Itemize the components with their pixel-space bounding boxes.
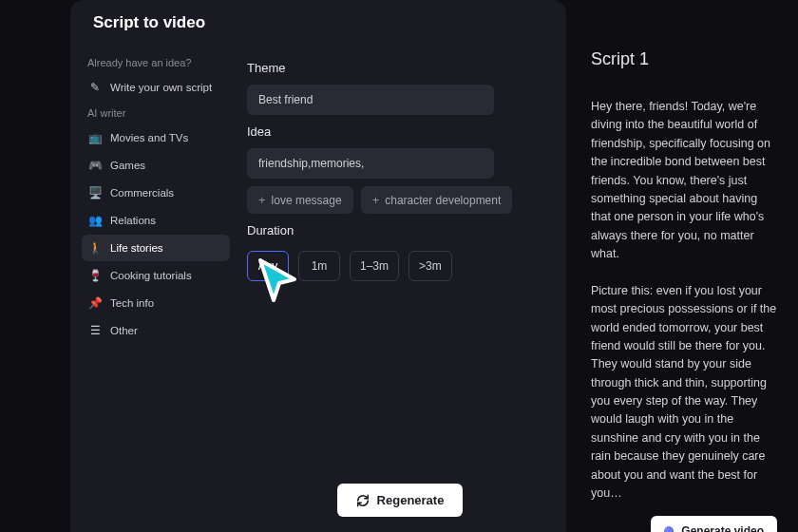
suggestion-chip-love[interactable]: + love message [247,186,353,214]
sidebar-item-life-stories[interactable]: 🚶 Life stories [82,235,230,261]
panel-header: Script to video [70,0,566,42]
editor-panel: Script to video Already have an idea? ✎ … [70,0,566,532]
sidebar-item-relations[interactable]: 👥 Relations [82,207,230,234]
sidebar-item-label: Life stories [110,242,163,254]
duration-1m[interactable]: 1m [298,251,340,281]
sidebar-item-games[interactable]: 🎮 Games [82,152,230,179]
pencil-icon: ✎ [87,80,103,95]
generate-label: Generate video [681,524,764,532]
duration-label: Duration [247,223,553,238]
write-own-label: Write your own script [110,82,212,93]
generate-video-button[interactable]: Generate video [651,516,777,532]
sidebar-item-other[interactable]: ☰ Other [82,317,230,344]
sidebar: Already have an idea? ✎ Write your own s… [70,42,230,532]
person-icon: 🚶 [87,240,103,256]
suggestion-chip-character[interactable]: + character development [361,186,513,214]
duration-any[interactable]: Any [247,251,289,281]
reload-icon [356,494,370,507]
plus-icon: + [258,193,266,207]
list-icon: ☰ [87,323,103,338]
chip-label: love message [272,194,342,207]
sidebar-ai-label: AI writer [82,102,230,124]
sidebar-item-cooking[interactable]: 🍷 Cooking tutorials [82,262,230,289]
glass-icon: 🍷 [87,268,103,283]
form-area: Theme Idea + love message + character de… [230,42,553,532]
script-title: Script 1 [591,49,777,69]
duration-1-3m[interactable]: 1–3m [350,251,399,281]
sidebar-item-label: Other [110,325,138,336]
theme-label: Theme [247,61,553,75]
sidebar-idea-label: Already have an idea? [82,51,230,74]
idea-input[interactable] [247,148,494,179]
idea-suggestions: + love message + character development [247,186,553,214]
duration-gt3m[interactable]: >3m [408,251,452,281]
gamepad-icon: 🎮 [87,158,103,173]
theme-input[interactable] [247,85,494,115]
monitor-icon: 🖥️ [87,185,103,200]
plus-icon: + [372,193,380,207]
people-icon: 👥 [87,213,103,228]
regenerate-label: Regenerate [377,493,445,507]
sidebar-item-movies[interactable]: 📺 Movies and TVs [82,124,230,151]
sidebar-item-tech[interactable]: 📌 Tech info [82,290,230,316]
panel-title: Script to video [93,13,205,32]
sidebar-item-label: Commercials [110,187,174,199]
script-body: Hey there, friends! Today, we're diving … [591,98,777,503]
tv-icon: 📺 [87,130,103,145]
script-panel: Script 1 Hey there, friends! Today, we'r… [566,0,798,532]
sidebar-item-label: Cooking tutorials [110,270,192,281]
sidebar-item-label: Relations [110,215,156,226]
duration-options: Any 1m 1–3m >3m [247,251,553,281]
sparkle-icon [664,526,674,532]
sidebar-item-label: Tech info [110,297,154,309]
idea-label: Idea [247,124,553,139]
sidebar-item-label: Movies and TVs [110,132,188,143]
regenerate-button[interactable]: Regenerate [337,484,464,517]
sidebar-item-label: Games [110,160,145,171]
write-own-script[interactable]: ✎ Write your own script [82,74,230,101]
sidebar-item-commercials[interactable]: 🖥️ Commercials [82,180,230,206]
pin-icon: 📌 [87,295,103,311]
chip-label: character development [385,194,501,207]
